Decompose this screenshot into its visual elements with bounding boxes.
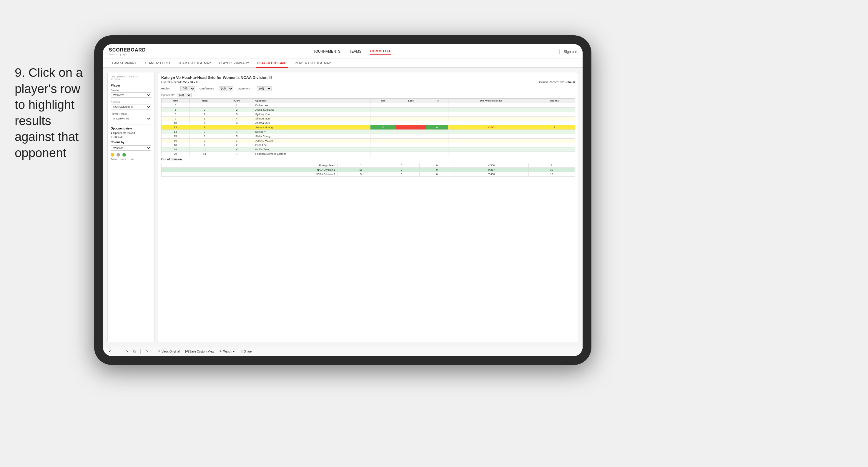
nav-teams[interactable]: TEAMS (349, 48, 361, 55)
table-row[interactable]: 19106Emily Chang (161, 148, 575, 152)
sidebar-gender-field: Gender Women's (111, 89, 151, 98)
eye-icon: 👁 (158, 350, 161, 353)
sub-nav-team-h2h-grid[interactable]: TEAM H2H GRID (144, 59, 171, 68)
table-row[interactable]: 1063Andrea York (161, 121, 575, 125)
opponent-label: Opponent (238, 87, 255, 90)
sidebar-gender-dropdown[interactable]: Women's (111, 92, 151, 98)
radio-top100[interactable]: ○ Top 100 (111, 135, 151, 138)
col-header-diff: Diff Av Strokes/Rnd (448, 99, 534, 103)
colour-by-dropdown[interactable]: Win/loss (111, 145, 151, 151)
sub-nav-player-h2h-heatmap[interactable]: PLAYER H2H HEATMAP (293, 59, 332, 68)
watch-btn[interactable]: 👁 Watch ▼ (218, 349, 237, 354)
filter-section: Region (All) Conference (All) Opponent (… (161, 86, 575, 91)
radio-opponents-played[interactable]: ● Opponents Played (111, 131, 151, 134)
out-of-division-header: Out of division (161, 156, 575, 162)
sidebar-division-dropdown[interactable]: NCAA Division III (111, 104, 151, 110)
col-header-loss: Loss (396, 99, 426, 103)
col-header-conf: #Conf (220, 99, 254, 103)
colour-dot-level (117, 153, 120, 157)
forward-button[interactable]: ↷ (124, 349, 129, 354)
sidebar-player-rank-label: Player (Rank) (111, 113, 151, 115)
refresh-button[interactable]: ↻ (144, 349, 150, 354)
main-content: Last Updated: 27/03/2024 16:55:38 Player… (103, 68, 583, 347)
chevron-down-icon: ▼ (232, 350, 236, 353)
colour-dot-down (111, 153, 114, 157)
sidebar: Last Updated: 27/03/2024 16:55:38 Player… (107, 72, 154, 342)
out-of-div-row[interactable]: NCAA Division 25007.40010 (161, 172, 575, 177)
conference-filter[interactable]: (All) (219, 86, 233, 91)
nav-bar: SCOREBOARD Powered by clippd TOURNAMENTS… (103, 44, 583, 59)
sidebar-player-title: Player (111, 84, 151, 87)
sub-nav-player-summary[interactable]: PLAYER SUMMARY (218, 59, 250, 68)
opponents-filter[interactable]: (All) (177, 93, 191, 97)
colour-dot-up (122, 153, 126, 157)
overall-record: Overall Record: 353 - 34 - 6 (161, 81, 197, 84)
toolbar-divider-2 (153, 349, 153, 354)
col-header-win: Win (370, 99, 396, 103)
content-area: Katelyn Vo Head-to-Head Grid for Women's… (158, 72, 578, 342)
instruction-body: Click on a player's row to highlight res… (15, 66, 83, 160)
nav-tournaments[interactable]: TOURNAMENTS (313, 48, 340, 55)
conference-label: Conference (199, 87, 217, 90)
save-custom-btn[interactable]: 💾 Save Custom View (184, 349, 216, 354)
col-header-reg: #Reg (189, 99, 220, 103)
logo-text: SCOREBOARD (109, 48, 146, 52)
share-btn[interactable]: ⇧ Share (239, 349, 253, 354)
table-row[interactable]: 31Esther Lee (161, 103, 575, 108)
tablet-screen: SCOREBOARD Powered by clippd TOURNAMENTS… (103, 44, 583, 356)
sub-nav-team-summary[interactable]: TEAM SUMMARY (109, 59, 138, 68)
tablet-device: SCOREBOARD Powered by clippd TOURNAMENTS… (94, 35, 591, 365)
undo-button[interactable]: ↶ (107, 349, 113, 354)
sidebar-gender-label: Gender (111, 89, 151, 92)
sidebar-division-field: Division NCAA Division III (111, 101, 151, 110)
opponent-filter[interactable]: (All) (257, 86, 272, 91)
table-row[interactable]: 1691Jessica Mason (161, 138, 575, 143)
col-header-tie: Tie (426, 99, 448, 103)
share-icon: ⇧ (241, 350, 243, 353)
out-of-div-row[interactable]: NAIA Division 115009.26730 (161, 168, 575, 172)
grid-title: Katelyn Vo Head-to-Head Grid for Women's… (161, 75, 575, 80)
sidebar-player-rank-field: Player (Rank) 8. Katelyn Vo (111, 113, 151, 121)
redo-button[interactable]: → (115, 349, 122, 354)
nav-committee[interactable]: COMMITTEE (370, 48, 391, 55)
sidebar-timestamp: Last Updated: 27/03/2024 16:55:38 (111, 75, 151, 81)
save-icon: 💾 (185, 350, 189, 353)
out-of-div-row[interactable]: Foreign Team1004.5002 (161, 163, 575, 168)
opponent-view-title: Opponent view (111, 127, 151, 130)
division-record: Division Record: 331 - 34 - 6 (537, 81, 575, 84)
region-label: Region (161, 87, 179, 90)
region-filter[interactable]: (All) (180, 86, 195, 91)
view-original-btn[interactable]: 👁 View: Original (156, 349, 181, 354)
copy-button[interactable]: ⧉ (132, 349, 137, 354)
colour-legend (111, 153, 151, 157)
table-row[interactable]: 522Alexis Sudjianto (161, 108, 575, 112)
data-table: #Div #Reg #Conf Opponent Win Loss Tie Di… (161, 98, 575, 156)
opponents-label: Opponents: (All) (161, 93, 575, 97)
table-row[interactable]: 914Sharon Mun (161, 117, 575, 121)
col-header-rounds: Rounds (534, 99, 575, 103)
out-of-div-table: Foreign Team1004.5002NAIA Division 11500… (161, 163, 575, 177)
table-row[interactable]: 1822Euna Lee (161, 143, 575, 148)
col-header-div: #Div (161, 99, 189, 103)
colour-labels: Down Level Up (111, 158, 151, 160)
sub-nav: TEAM SUMMARY TEAM H2H GRID TEAM H2H HEAT… (103, 59, 583, 68)
colour-by-title: Colour by (111, 141, 151, 144)
col-header-opponent: Opponent (254, 99, 370, 103)
instruction-number: 9. (15, 66, 25, 80)
table-row[interactable]: 20117Federica Domecq Lacroze (161, 152, 575, 156)
sidebar-division-label: Division (111, 101, 151, 103)
sub-nav-team-h2h-heatmap[interactable]: TEAM H2H HEATMAP (177, 59, 212, 68)
table-row[interactable]: 613Sydney Kuo (161, 112, 575, 117)
sub-nav-player-h2h-grid[interactable]: PLAYER H2H GRID (256, 59, 288, 68)
table-row[interactable]: 1474Eunice Yi (161, 130, 575, 134)
nav-links: TOURNAMENTS TEAMS COMMITTEE (313, 48, 392, 55)
table-row[interactable]: 1585Stella Chang (161, 134, 575, 138)
sidebar-player-rank-dropdown[interactable]: 8. Katelyn Vo (111, 116, 151, 121)
instruction-text: 9. Click on a player's row to highlight … (15, 65, 91, 161)
watch-icon: 👁 (219, 350, 222, 353)
bottom-toolbar: ↶ → ↷ ⧉ ↻ 👁 View: Original 💾 Save Custom… (103, 347, 583, 356)
sign-out-link[interactable]: Sign out (564, 50, 577, 54)
table-row[interactable]: 131Jessica Huang010-3.002 (161, 125, 575, 130)
record-row: Overall Record: 353 - 34 - 6 Division Re… (161, 81, 575, 84)
logo-sub: Powered by clippd (109, 53, 146, 56)
